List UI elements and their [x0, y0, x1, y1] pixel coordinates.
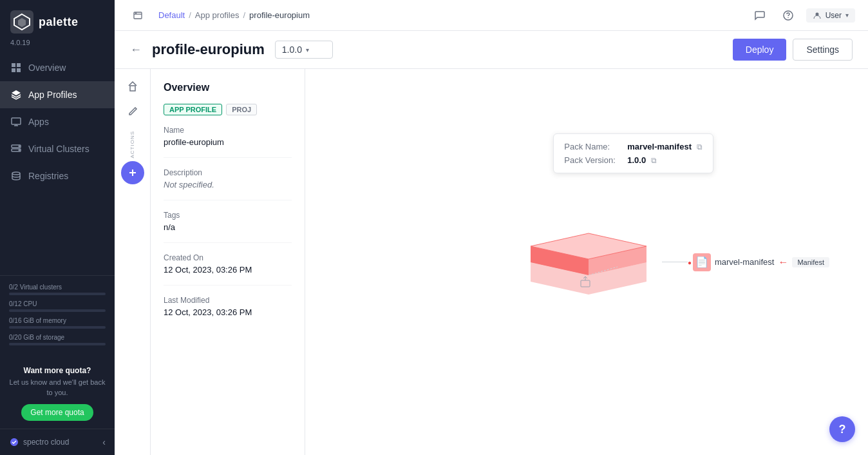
icon-strip: ACTIONS: [115, 69, 151, 455]
svg-point-9: [19, 150, 20, 151]
spectro-cloud-icon: [9, 437, 19, 447]
monitor-icon: [10, 116, 22, 128]
sidebar-nav: Overview App Profiles Apps Virtual Clust…: [0, 54, 115, 275]
breadcrumb-home[interactable]: Default: [158, 10, 185, 20]
field-last-modified: Last Modified 12 Oct, 2023, 03:26 PM: [164, 296, 292, 327]
logo: palette: [0, 0, 115, 39]
sidebar: palette 4.0.19 Overview App Profiles App…: [0, 0, 115, 455]
svg-point-8: [19, 146, 20, 147]
field-created-on: Created On 12 Oct, 2023, 03:26 PM: [164, 253, 292, 286]
quota-storage: 0/20 GiB of storage: [9, 334, 106, 345]
edit-tab-icon[interactable]: [121, 100, 144, 123]
quota-promo: Want more quota? Let us know and we'll g…: [0, 358, 115, 429]
sidebar-item-apps-label: Apps: [28, 117, 49, 127]
copy-pack-version-button[interactable]: ⧉: [651, 156, 657, 165]
page-title: profile-europium: [152, 41, 265, 58]
badge-proj: PROJ: [226, 104, 257, 115]
sidebar-item-registries-label: Registries: [28, 171, 68, 181]
quota-section: 0/2 Virtual clusters 0/12 CPU 0/16 GiB o…: [0, 275, 115, 358]
back-button[interactable]: ←: [130, 44, 142, 55]
database-icon: [10, 170, 22, 182]
overview-tab-icon[interactable]: [121, 74, 144, 97]
help-icon[interactable]: [778, 5, 798, 26]
grid-icon: [10, 62, 22, 73]
sidebar-item-app-profiles[interactable]: App Profiles: [0, 81, 115, 108]
quota-memory: 0/16 GiB of memory: [9, 317, 106, 329]
svg-point-12: [135, 12, 136, 13]
field-description: Description Not specified.: [164, 168, 292, 200]
tooltip-pack-version-value: 1.0.0: [627, 155, 646, 165]
breadcrumb-section[interactable]: App profiles: [195, 10, 240, 20]
quota-cpu: 0/12 CPU: [9, 300, 106, 312]
pack-arrow-icon: ←: [778, 257, 788, 268]
sidebar-item-overview[interactable]: Overview: [0, 54, 115, 81]
get-more-quota-button[interactable]: Get more quota: [21, 404, 93, 421]
sidebar-item-registries[interactable]: Registries: [0, 162, 115, 189]
window-icon: [127, 5, 148, 26]
spectro-cloud-logo: spectro cloud: [9, 437, 97, 447]
header-actions: Deploy Settings: [733, 39, 853, 61]
tooltip-pack-name-value: marvel-manifest: [627, 142, 692, 151]
version-selector[interactable]: 1.0.0 ▾: [275, 41, 333, 59]
add-layer-button[interactable]: [121, 161, 144, 184]
field-tags: Tags n/a: [164, 211, 292, 243]
chevron-down-icon: ▾: [306, 46, 309, 53]
palette-logo-icon: [10, 10, 33, 34]
badge-app-profile: APP PROFILE: [164, 104, 222, 115]
pack-name-label: marvel-manifest: [715, 257, 774, 267]
field-name: Name profile-europium: [164, 126, 292, 158]
breadcrumb-current: profile-europium: [249, 10, 310, 20]
svg-point-10: [12, 172, 20, 175]
server-icon: [10, 143, 22, 155]
copy-pack-name-button[interactable]: ⧉: [697, 142, 703, 151]
sidebar-item-overview-label: Overview: [28, 63, 66, 73]
logo-text: palette: [39, 15, 79, 29]
svg-rect-5: [12, 118, 21, 124]
svg-rect-1: [12, 63, 15, 67]
svg-rect-2: [17, 63, 21, 67]
pack-tooltip: Pack Name: marvel-manifest ⧉ Pack Versio…: [553, 133, 713, 173]
svg-rect-15: [130, 86, 135, 91]
content-area: ACTIONS Overview APP PROFILE PROJ Name p…: [115, 69, 868, 455]
layers-icon: [10, 89, 22, 101]
topbar: Default / App profiles / profile-europiu…: [115, 0, 868, 31]
sidebar-item-virtual-clusters[interactable]: Virtual Clusters: [0, 135, 115, 162]
breadcrumb: Default / App profiles / profile-europiu…: [158, 10, 310, 20]
sidebar-item-app-profiles-label: App Profiles: [28, 90, 77, 100]
settings-button[interactable]: Settings: [793, 39, 853, 61]
quota-virtual-clusters: 0/2 Virtual clusters: [9, 284, 106, 295]
main-content: Default / App profiles / profile-europiu…: [115, 0, 868, 455]
pack-type-tag: Manifest: [792, 257, 829, 267]
tooltip-pack-name-label: Pack Name:: [564, 142, 622, 151]
actions-label: ACTIONS: [129, 131, 135, 159]
sidebar-collapse-button[interactable]: ‹: [102, 437, 106, 447]
user-label: User: [826, 11, 842, 20]
pack-node: ● 📄 marvel-manifest ← Manifest: [662, 253, 829, 271]
sidebar-item-virtual-clusters-label: Virtual Clusters: [28, 144, 90, 154]
deploy-button[interactable]: Deploy: [733, 39, 787, 61]
profile-badges: APP PROFILE PROJ: [164, 104, 292, 115]
pack-file-icon: 📄: [693, 253, 711, 271]
sidebar-item-apps[interactable]: Apps: [0, 108, 115, 135]
sidebar-bottom: spectro cloud ‹: [0, 429, 115, 455]
tooltip-pack-version-label: Pack Version:: [564, 155, 622, 165]
info-panel: Overview APP PROFILE PROJ Name profile-e…: [151, 69, 305, 455]
hex-visualization: [498, 211, 679, 314]
visualization-panel: Pack Name: marvel-manifest ⧉ Pack Versio…: [305, 69, 868, 455]
overview-title: Overview: [164, 82, 292, 93]
page-header: ← profile-europium 1.0.0 ▾ Deploy Settin…: [115, 31, 868, 69]
user-menu[interactable]: User ▾: [806, 8, 855, 23]
topbar-actions: User ▾: [750, 5, 855, 26]
version-value: 1.0.0: [282, 44, 302, 55]
help-button[interactable]: ?: [829, 416, 855, 442]
app-version: 4.0.19: [0, 39, 115, 54]
svg-rect-4: [17, 68, 21, 72]
chat-icon[interactable]: [750, 5, 770, 26]
svg-rect-3: [12, 68, 15, 72]
